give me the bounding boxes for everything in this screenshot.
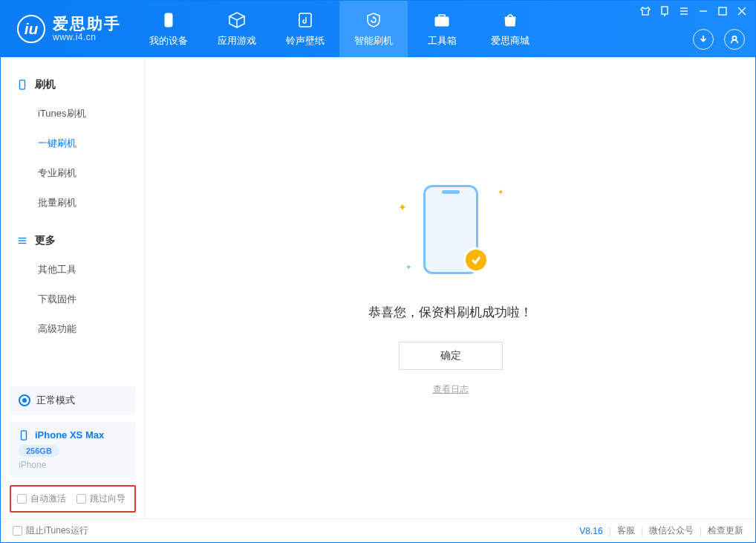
tab-label: 爱思商城 xyxy=(491,34,529,48)
logo-icon: iu xyxy=(17,15,45,43)
close-icon[interactable] xyxy=(736,5,748,17)
status-label: 正常模式 xyxy=(36,394,75,407)
svg-rect-1 xyxy=(299,13,311,27)
menu-icon[interactable] xyxy=(678,5,690,17)
shirt-icon[interactable] xyxy=(639,5,651,17)
footer-right: V8.16 | 客服 | 微信公众号 | 检查更新 xyxy=(579,524,743,537)
checkbox-icon xyxy=(17,494,27,504)
pin-icon[interactable] xyxy=(659,5,671,17)
logo: iu 爱思助手 www.i4.cn xyxy=(1,15,134,43)
svg-rect-19 xyxy=(22,430,27,439)
checkbox-label: 阻止iTunes运行 xyxy=(26,524,88,537)
maximize-icon[interactable] xyxy=(717,5,729,17)
svg-rect-0 xyxy=(165,13,172,27)
sidebar-item-oneclick[interactable]: 一键刷机 xyxy=(1,129,145,158)
tab-label: 工具箱 xyxy=(428,34,457,48)
footer-link-wechat[interactable]: 微信公众号 xyxy=(649,524,694,537)
download-button[interactable] xyxy=(693,29,714,50)
tab-toolbox[interactable]: 工具箱 xyxy=(408,1,476,57)
tab-ringtones[interactable]: 铃声壁纸 xyxy=(271,1,339,57)
minimize-icon[interactable] xyxy=(697,5,709,17)
app-subtitle: www.i4.cn xyxy=(53,33,121,43)
footer-link-service[interactable]: 客服 xyxy=(617,524,635,537)
device-card[interactable]: iPhone XS Max 256GB iPhone xyxy=(10,422,136,478)
block-itunes-checkbox[interactable]: 阻止iTunes运行 xyxy=(13,524,88,537)
storage-badge: 256GB xyxy=(19,445,59,457)
device-name: iPhone XS Max xyxy=(35,429,104,440)
header-actions xyxy=(693,29,745,50)
toolbox-icon xyxy=(432,10,452,30)
list-icon xyxy=(17,235,27,246)
highlighted-options: 自动激活 跳过向导 xyxy=(10,485,136,513)
status-dot-icon xyxy=(19,394,30,406)
auto-activate-checkbox[interactable]: 自动激活 xyxy=(17,492,66,505)
refresh-shield-icon xyxy=(364,10,383,30)
sidebar-item-pro[interactable]: 专业刷机 xyxy=(1,158,145,188)
sidebar-group-more: 更多 xyxy=(1,227,145,255)
user-button[interactable] xyxy=(724,29,745,50)
sidebar-nav: 刷机 iTunes刷机 一键刷机 专业刷机 批量刷机 更多 其他工具 下载固件 … xyxy=(1,57,145,386)
cube-icon xyxy=(227,10,247,30)
svg-rect-3 xyxy=(439,15,445,17)
tab-flash[interactable]: 智能刷机 xyxy=(339,1,408,57)
svg-rect-4 xyxy=(662,7,668,14)
sidebar-item-firmware[interactable]: 下载固件 xyxy=(1,284,145,314)
footer: 阻止iTunes运行 V8.16 | 客服 | 微信公众号 | 检查更新 xyxy=(1,518,755,542)
sparkle-icon: ✦ xyxy=(498,188,504,196)
sidebar-item-other[interactable]: 其他工具 xyxy=(1,255,145,284)
tab-my-device[interactable]: 我的设备 xyxy=(134,1,203,57)
app-title: 爱思助手 xyxy=(53,15,121,33)
version-label: V8.16 xyxy=(579,526,602,536)
checkbox-label: 跳过向导 xyxy=(90,492,126,505)
header-tabs: 我的设备 应用游戏 铃声壁纸 智能刷机 工具箱 爱思商城 xyxy=(134,1,544,57)
sidebar-bottom: 正常模式 iPhone XS Max 256GB iPhone 自动激活 xyxy=(1,386,145,518)
device-icon xyxy=(159,10,178,30)
success-message: 恭喜您，保资料刷机成功啦！ xyxy=(368,304,532,321)
sidebar-item-advanced[interactable]: 高级功能 xyxy=(1,314,145,344)
svg-rect-10 xyxy=(719,7,726,15)
sidebar-item-batch[interactable]: 批量刷机 xyxy=(1,188,145,218)
checkbox-icon xyxy=(76,494,86,504)
tab-label: 我的设备 xyxy=(149,34,188,48)
tab-label: 应用游戏 xyxy=(218,34,256,48)
status-card[interactable]: 正常模式 xyxy=(10,386,136,414)
sparkle-icon: ✦ xyxy=(398,201,407,213)
tab-label: 智能刷机 xyxy=(354,34,393,48)
device-type: iPhone xyxy=(19,460,127,470)
svg-rect-15 xyxy=(20,80,25,89)
sidebar-item-itunes[interactable]: iTunes刷机 xyxy=(1,99,145,129)
sidebar-group-label: 刷机 xyxy=(35,78,56,91)
tab-label: 铃声壁纸 xyxy=(286,34,325,48)
success-illustration: ✦ ✦ ✦ xyxy=(388,181,514,284)
ok-button[interactable]: 确定 xyxy=(399,342,503,370)
main-panel: ✦ ✦ ✦ 恭喜您，保资料刷机成功啦！ 确定 查看日志 xyxy=(146,57,755,518)
skip-guide-checkbox[interactable]: 跳过向导 xyxy=(76,492,126,505)
app-window: iu 爱思助手 www.i4.cn 我的设备 应用游戏 铃声壁纸 智能刷机 xyxy=(0,0,756,543)
tab-store[interactable]: 爱思商城 xyxy=(476,1,544,57)
header: iu 爱思助手 www.i4.cn 我的设备 应用游戏 铃声壁纸 智能刷机 xyxy=(1,1,755,57)
check-badge-icon xyxy=(463,247,489,273)
phone-icon xyxy=(19,430,29,440)
window-controls xyxy=(639,5,748,17)
footer-link-update[interactable]: 检查更新 xyxy=(708,524,743,537)
sidebar-group-label: 更多 xyxy=(35,234,56,247)
checkbox-label: 自动激活 xyxy=(30,492,66,505)
body: 刷机 iTunes刷机 一键刷机 专业刷机 批量刷机 更多 其他工具 下载固件 … xyxy=(1,57,755,518)
svg-rect-2 xyxy=(435,17,449,26)
sidebar-group-flash: 刷机 xyxy=(1,71,145,99)
bag-icon xyxy=(501,10,520,30)
phone-icon xyxy=(17,79,27,90)
sidebar: 刷机 iTunes刷机 一键刷机 专业刷机 批量刷机 更多 其他工具 下载固件 … xyxy=(1,57,146,518)
music-icon xyxy=(296,10,315,30)
view-log-link[interactable]: 查看日志 xyxy=(433,383,469,396)
tab-apps[interactable]: 应用游戏 xyxy=(203,1,271,57)
sparkle-icon: ✦ xyxy=(405,263,411,271)
checkbox-icon xyxy=(13,526,22,536)
